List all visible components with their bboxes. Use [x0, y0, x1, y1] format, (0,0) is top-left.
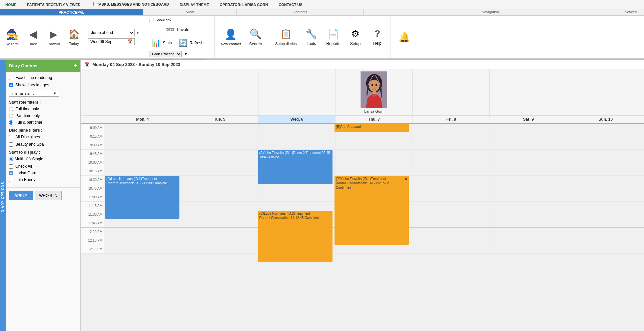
calendar-cell[interactable]	[490, 193, 567, 201]
whos-in-button[interactable]: WHO'S IN	[35, 191, 62, 200]
calendar-cell[interactable]	[336, 158, 413, 167]
calendar-cell[interactable]	[258, 132, 336, 141]
calendar-cell[interactable]	[490, 202, 567, 210]
calendar-event[interactable]: (B)Carl Caaaaarl	[335, 124, 409, 132]
calendar-cell[interactable]	[104, 167, 181, 175]
all-disciplines-checkbox[interactable]	[9, 135, 13, 139]
calendar-cell[interactable]	[181, 141, 258, 149]
new-contact-button[interactable]: 👤 New contact	[218, 26, 244, 48]
help-button[interactable]: ? Help	[367, 26, 387, 48]
private-button[interactable]: 👓 Private	[149, 24, 206, 35]
calendar-cell[interactable]	[490, 158, 567, 167]
calendar-cell[interactable]	[490, 219, 567, 227]
nav-display[interactable]: DISPLAY THEME	[178, 1, 211, 8]
calendar-cell[interactable]	[181, 158, 258, 167]
lola-checkbox[interactable]	[9, 178, 13, 182]
full-time-radio[interactable]	[9, 107, 13, 111]
calendar-cell[interactable]	[413, 167, 490, 175]
full-part-radio[interactable]	[9, 120, 13, 125]
calendar-cell[interactable]	[181, 132, 258, 141]
calendar-cell[interactable]	[336, 141, 413, 149]
calendar-cell[interactable]	[258, 202, 336, 210]
calendar-cell[interactable]	[258, 141, 336, 149]
multi-radio[interactable]	[9, 157, 13, 161]
calendar-cell[interactable]	[567, 228, 644, 236]
calendar-cell[interactable]	[413, 150, 490, 158]
date-display[interactable]: Wed 06 Sep 📅	[88, 38, 135, 45]
show-images-checkbox[interactable]	[9, 83, 13, 87]
calendar-cell[interactable]	[104, 245, 181, 253]
calendar-cell[interactable]	[490, 245, 567, 253]
calendar-cell[interactable]	[413, 176, 490, 184]
calendar-grid[interactable]: 9:00 AM9:15 AM9:30 AM9:45 AM10:00 AM10:1…	[81, 124, 644, 331]
calendar-cell[interactable]	[258, 124, 336, 132]
practice-select[interactable]: Gorn Practice	[149, 51, 182, 57]
calendar-cell[interactable]	[567, 236, 644, 245]
calendar-cell[interactable]	[181, 245, 258, 253]
calendar-cell[interactable]	[104, 132, 181, 141]
calendar-event[interactable]: (A)John Travolta (ID:1)Room 2:Treatment:…	[258, 150, 333, 184]
calendar-cell[interactable]	[181, 184, 258, 193]
beauty-spa-checkbox[interactable]	[9, 142, 13, 147]
calendar-cell[interactable]	[258, 193, 336, 201]
calendar-cell[interactable]	[413, 228, 490, 236]
nav-tasks[interactable]: ❗ TASKS, MESSAGES AND NOTICEBOARD	[89, 1, 171, 8]
calendar-cell[interactable]	[567, 202, 644, 210]
calendar-cell[interactable]	[567, 150, 644, 158]
calendar-cell[interactable]	[104, 158, 181, 167]
calendar-cell[interactable]	[336, 150, 413, 158]
calendar-cell[interactable]	[490, 167, 567, 175]
single-radio[interactable]	[26, 157, 31, 161]
calendar-cell[interactable]	[490, 141, 567, 149]
calendar-cell[interactable]	[104, 150, 181, 158]
show-cnx-checkbox[interactable]	[149, 18, 153, 22]
calendar-cell[interactable]	[490, 184, 567, 193]
nav-operator[interactable]: OPERATOR: LARISA GORN	[218, 1, 270, 8]
stats-button[interactable]: 📊 Stats	[149, 37, 174, 49]
forward-button[interactable]: ▶ Forward	[43, 26, 63, 48]
calendar-cell[interactable]	[567, 167, 644, 175]
back-button[interactable]: ◀ Back	[23, 26, 43, 48]
calendar-cell[interactable]	[413, 202, 490, 210]
calendar-cell[interactable]	[181, 193, 258, 201]
calendar-cell[interactable]	[567, 210, 644, 219]
calendar-cell[interactable]	[567, 176, 644, 184]
calendar-cell[interactable]	[181, 236, 258, 245]
calendar-event[interactable]: (??)John Travolta (ID:1)Treatment Room1:…	[335, 176, 409, 245]
calendar-cell[interactable]	[181, 167, 258, 175]
calendar-cell[interactable]	[567, 219, 644, 227]
calendar-cell[interactable]	[413, 124, 490, 132]
calendar-cell[interactable]	[490, 132, 567, 141]
tools-button[interactable]: 🔧 Tools	[301, 26, 321, 48]
calendar-cell[interactable]	[567, 158, 644, 167]
setup-button[interactable]: ⚙ Setup	[345, 26, 365, 48]
calendar-cell[interactable]	[413, 245, 490, 253]
calendar-cell[interactable]	[567, 193, 644, 201]
nav-home[interactable]: HOME	[3, 1, 18, 8]
calendar-cell[interactable]	[413, 210, 490, 219]
calendar-event[interactable]: (C)Luos Normans (ID:2)Treatment Room1:Tr…	[105, 176, 179, 219]
calendar-cell[interactable]	[413, 141, 490, 149]
calendar-cell[interactable]	[104, 219, 181, 227]
calendar-cell[interactable]	[181, 228, 258, 236]
calendar-cell[interactable]	[413, 132, 490, 141]
calendar-cell[interactable]	[490, 150, 567, 158]
calendar-cell[interactable]	[413, 158, 490, 167]
calendar-cell[interactable]	[104, 141, 181, 149]
calendar-cell[interactable]	[567, 245, 644, 253]
calendar-cell[interactable]	[567, 132, 644, 141]
today-button[interactable]: 🏠 Today	[64, 27, 84, 48]
calendar-cell[interactable]	[104, 236, 181, 245]
calendar-cell[interactable]	[336, 245, 413, 253]
calendar-cell[interactable]	[567, 184, 644, 193]
part-time-radio[interactable]	[9, 114, 13, 118]
calendar-cell[interactable]	[490, 228, 567, 236]
search-button[interactable]: 🔍 Search	[245, 26, 265, 48]
calendar-cell[interactable]	[258, 184, 336, 193]
calendar-cell[interactable]	[413, 193, 490, 201]
calendar-cell[interactable]	[567, 124, 644, 132]
reports-button[interactable]: 📄 Reports	[323, 26, 343, 48]
wizard-button[interactable]: 🧙 Wizard	[2, 26, 22, 48]
setup-diaries-button[interactable]: 📋 Setup diaries	[272, 27, 299, 48]
calendar-cell[interactable]	[413, 219, 490, 227]
